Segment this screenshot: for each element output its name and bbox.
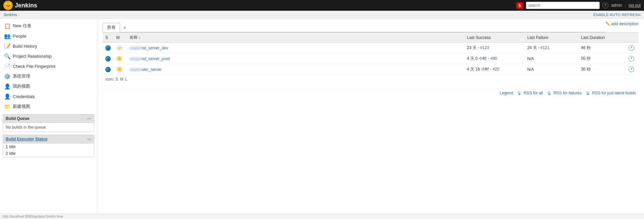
row1-last-failure: 24 天 - #121 xyxy=(525,43,578,53)
status-ball-icon xyxy=(105,45,111,51)
rss-latest-link[interactable]: RSS for just latest builds xyxy=(592,91,636,95)
sidebar-item-people[interactable]: 👥 People xyxy=(0,31,97,41)
job-name-blurred-2: xxxxxx xyxy=(129,56,142,61)
user-label: admin xyxy=(611,3,622,8)
sidebar-item-check-file-fingerprint[interactable]: 📄 Check File Fingerprint xyxy=(0,61,97,71)
last-success-link-3[interactable]: #20 xyxy=(493,67,499,72)
row2-last-success: 4 天 0 小时 - #80 xyxy=(464,53,525,64)
job-name-2: nd_server_prod xyxy=(142,56,170,61)
sidebar-item-build-history-label: Build History xyxy=(13,44,37,49)
tab-add-button[interactable]: + xyxy=(121,24,129,31)
sidebar-item-my-views[interactable]: 👤 我的视图 xyxy=(0,81,97,91)
build-queue-collapse[interactable]: — xyxy=(87,116,91,121)
build-queue-title: Build Queue xyxy=(6,116,30,121)
row3-last-duration: 30 秒 xyxy=(578,64,625,75)
logout-link[interactable]: log out xyxy=(629,3,641,8)
job-name-blurred-3: xxxxxx xyxy=(129,67,142,72)
rss-icon-latest: 📡 xyxy=(586,91,590,95)
sidebar-item-system-management[interactable]: ⚙️ 系统管理 xyxy=(0,71,97,81)
add-description-link[interactable]: ✏️ add description xyxy=(605,21,639,26)
job-link-3[interactable]: xxxxxxuler_server xyxy=(129,67,162,72)
search-input[interactable] xyxy=(526,2,600,9)
row1-last-duration: 46 秒 xyxy=(578,43,625,53)
sidebar-item-credentials[interactable]: 👤 Credentials xyxy=(0,91,97,101)
fingerprint-icon: 📄 xyxy=(4,63,11,70)
jenkins-title: Jenkins xyxy=(15,2,37,9)
col-header-last-success: Last Success xyxy=(464,33,525,43)
executor-status-1: Idle xyxy=(9,144,15,149)
top-bar: 🐱 Jenkins 5 ? admin | log out xyxy=(0,0,644,11)
build-executor-title[interactable]: Build Executor Status xyxy=(6,137,48,141)
icon-size-l[interactable]: L xyxy=(125,77,127,82)
status-bar: http://localhost:8080/api/json?pretty=tr… xyxy=(0,214,644,217)
row1-weather: ⛈️ xyxy=(113,43,127,53)
row3-last-failure: N/A xyxy=(525,64,578,75)
sidebar-item-build-history[interactable]: 📝 Build History xyxy=(0,41,97,51)
help-button[interactable]: ? xyxy=(602,2,608,8)
row3-weather: ☀️ xyxy=(113,64,127,75)
build-executor-header: Build Executor Status — xyxy=(3,135,94,143)
enable-auto-refresh-link[interactable]: ENABLE AUTO REFRESH xyxy=(593,13,641,17)
row3-action: 🕐 xyxy=(625,64,639,75)
row2-name: xxxxxxnd_server_prod xyxy=(127,53,464,64)
notification-badge[interactable]: 5 xyxy=(516,2,523,9)
row3-status xyxy=(103,64,113,75)
separator: | xyxy=(625,3,626,8)
sidebar-item-project-relationship[interactable]: 🔍 Project Relationship xyxy=(0,51,97,61)
sidebar-item-fingerprint-label: Check File Fingerprint xyxy=(13,64,55,69)
col-header-name[interactable]: 名称 ↓ xyxy=(127,33,464,43)
weather-sun-icon: ☀️ xyxy=(116,56,123,61)
content-area: ✏️ add description 所有 + S W 名称 ↓ Last Su… xyxy=(97,19,644,217)
footer-links: Legend 📡 RSS for all 📡 RSS for failures … xyxy=(103,89,639,97)
schedule-icon-2[interactable]: 🕐 xyxy=(628,56,635,61)
breadcrumb-root[interactable]: Jenkins xyxy=(3,12,17,17)
table-header-row: S W 名称 ↓ Last Success Last Failure Last … xyxy=(103,33,639,43)
schedule-icon-1[interactable]: 🕐 xyxy=(628,45,635,51)
my-views-icon: 👤 xyxy=(4,83,11,90)
breadcrumb-arrow: › xyxy=(18,13,19,16)
schedule-icon-3[interactable]: 🕐 xyxy=(628,67,635,72)
job-name-1: nd_server_dev xyxy=(142,46,168,50)
row2-last-duration: 50 秒 xyxy=(578,53,625,64)
main-layout: 📋 New 任务 👥 People 📝 Build History 🔍 Proj… xyxy=(0,19,644,217)
build-queue-header: Build Queue — xyxy=(3,115,94,123)
executor-num-1: 1 xyxy=(6,144,8,149)
row2-weather: ☀️ xyxy=(113,53,127,64)
new-icon: 📋 xyxy=(4,23,11,29)
col-header-s: S xyxy=(103,33,113,43)
sidebar-item-system-label: 系统管理 xyxy=(13,73,30,79)
legend-link[interactable]: Legend xyxy=(500,91,513,95)
icon-size-s[interactable]: S xyxy=(115,77,118,82)
icon-label: Icon: xyxy=(105,77,115,82)
weather-storm-icon: ⛈️ xyxy=(116,45,123,51)
sidebar-item-my-views-label: 我的视图 xyxy=(13,83,30,89)
top-bar-right: 5 ? admin | log out xyxy=(516,2,641,9)
last-failure-link-1[interactable]: #121 xyxy=(540,45,549,50)
rss-all-link[interactable]: RSS for all xyxy=(524,91,543,95)
icon-size-m[interactable]: M xyxy=(120,77,123,82)
rss-all-group: 📡 RSS for all xyxy=(517,91,543,95)
col-header-action xyxy=(625,33,639,43)
sidebar-item-new-view[interactable]: 📁 新建视图 xyxy=(0,101,97,112)
last-success-link-2[interactable]: #80 xyxy=(490,56,497,61)
row1-name: xxxxxxnd_server_dev xyxy=(127,43,464,53)
sidebar-item-people-label: People xyxy=(13,34,26,39)
edit-icon: ✏️ xyxy=(605,21,610,26)
last-success-link-1[interactable]: #123 xyxy=(480,45,489,50)
rss-failures-link[interactable]: RSS for failures xyxy=(553,91,582,95)
rss-failures-group: 📡 RSS for failures xyxy=(547,91,582,95)
tab-all[interactable]: 所有 xyxy=(103,23,120,32)
row2-last-failure: N/A xyxy=(525,53,578,64)
jenkins-logo: 🐱 Jenkins xyxy=(3,1,37,10)
job-link-1[interactable]: xxxxxxnd_server_dev xyxy=(129,46,168,50)
build-executor-collapse[interactable]: — xyxy=(87,137,91,141)
row3-name: xxxxxxuler_server xyxy=(127,64,464,75)
top-bar-left: 🐱 Jenkins xyxy=(3,1,37,10)
status-ball-icon xyxy=(105,67,111,72)
job-link-2[interactable]: xxxxxxnd_server_prod xyxy=(129,56,170,61)
tabs-row: 所有 + xyxy=(103,23,605,32)
jobs-tbody: ⛈️ xxxxxxnd_server_dev 23 天 - #123 24 天 … xyxy=(103,43,639,75)
sidebar-item-new[interactable]: 📋 New 任务 xyxy=(0,21,97,31)
table-row: ⛈️ xxxxxxnd_server_dev 23 天 - #123 24 天 … xyxy=(103,43,639,53)
new-view-icon: 📁 xyxy=(4,103,11,110)
